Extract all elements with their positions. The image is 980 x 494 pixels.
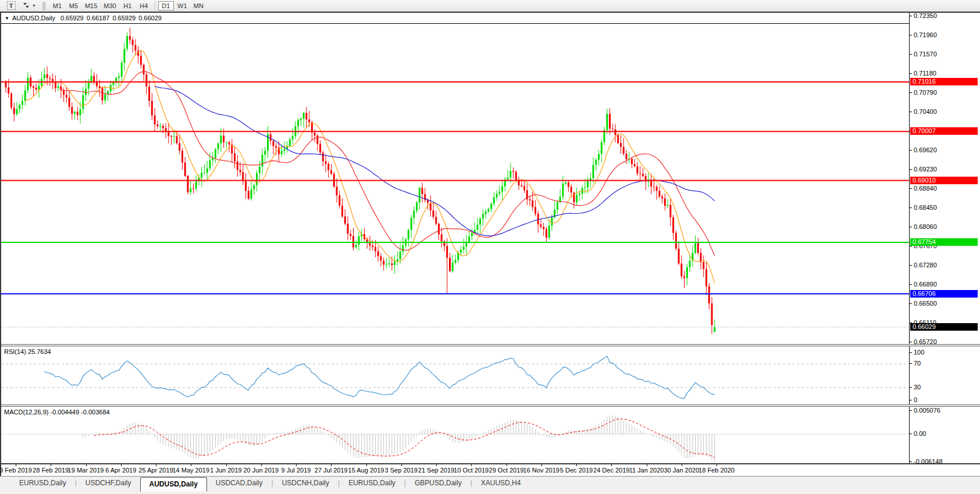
date-tick <box>541 464 542 466</box>
timeframe-m1[interactable]: M1 <box>49 1 65 10</box>
macd-axis: 0.0050760.00-0.006148 <box>909 407 980 463</box>
axis-tick <box>910 188 912 189</box>
axis-tick-label: 0 <box>914 396 917 403</box>
top-toolbar: T ▼ M1M5M15M30H1H4D1W1MN <box>0 0 980 12</box>
candlestick-chart[interactable] <box>1 13 909 344</box>
date-tick <box>16 464 16 466</box>
axis-tick-label: 0.68060 <box>914 223 937 230</box>
chart-tab-bar: EURUSD,Daily|USDCHF,DailyAUDUSD,DailyUSD… <box>0 476 980 494</box>
macd-signal-line <box>94 419 715 457</box>
axis-tick <box>910 16 912 16</box>
date-axis[interactable]: 9 Feb 201928 Feb 201919 Mar 20196 Apr 20… <box>1 464 980 475</box>
date-tick <box>226 464 227 466</box>
axis-tick <box>910 363 912 364</box>
date-tick <box>191 464 191 466</box>
axis-tick-label: 0.69620 <box>914 146 937 153</box>
axis-tick <box>910 303 912 304</box>
text-tool-button[interactable]: T <box>3 0 19 11</box>
date-label: 11 Jan 2020 <box>629 467 664 474</box>
chart-symbol-label: AUDUSD,Daily <box>12 15 55 22</box>
tab-usdchf-daily[interactable]: USDCHF,Daily <box>77 477 140 490</box>
macd-histogram <box>83 416 715 463</box>
date-tick <box>51 464 51 466</box>
ma-slow-line <box>155 87 715 236</box>
axis-tick-label: 100 <box>914 349 924 356</box>
arrange-windows-icon <box>22 2 30 9</box>
date-tick <box>576 464 577 466</box>
axis-tick-label: 0.70790 <box>914 89 937 96</box>
chart-window: ▼ AUDUSD,Daily 0.65929 0.66187 0.65929 0… <box>0 12 980 476</box>
date-tick <box>611 464 612 466</box>
rsi-indicator-label: RSI(14) 25.7634 <box>4 348 51 355</box>
tab-usdcnh-daily[interactable]: USDCNH,Daily <box>273 477 338 490</box>
date-tick <box>717 464 717 466</box>
ohlc-high-value: 0.66187 <box>87 15 110 22</box>
rsi-line <box>44 356 714 399</box>
axis-tick <box>910 207 912 208</box>
chart-title-bar: ▼ AUDUSD,Daily 0.65929 0.66187 0.65929 0… <box>1 13 909 24</box>
timeframe-mn[interactable]: MN <box>191 1 206 10</box>
axis-tick-label: 0.005076 <box>914 407 940 414</box>
rsi-plot[interactable] <box>1 346 909 404</box>
toolbar-separator <box>155 1 155 10</box>
tab-audusd-daily[interactable]: AUDUSD,Daily <box>140 477 207 492</box>
date-tick <box>86 464 87 466</box>
timeframe-h1[interactable]: H1 <box>120 1 136 10</box>
date-tick <box>436 464 437 466</box>
date-tick <box>471 464 472 466</box>
timeframe-m30[interactable]: M30 <box>101 1 119 10</box>
date-label: 18 Feb 2020 <box>699 467 735 474</box>
arrange-windows-button[interactable]: ▼ <box>20 0 38 11</box>
axis-tick-label: 0.71960 <box>914 31 937 38</box>
axis-tick-label: 0.71180 <box>914 70 936 77</box>
date-tick <box>366 464 367 466</box>
macd-pane[interactable]: MACD(12,26,9) -0.004449 -0.003684 0.0050… <box>1 407 980 463</box>
rsi-pane[interactable]: RSI(14) 25.7634 10070300 <box>1 346 980 404</box>
timeframe-buttons: M1M5M15M30H1H4D1W1MN <box>49 1 206 10</box>
axis-tick-label: 0.70400 <box>914 108 937 115</box>
date-tick <box>296 464 297 466</box>
axis-tick <box>910 73 912 74</box>
price-level-badge: 0.69010 <box>910 177 978 184</box>
axis-tick <box>910 227 912 227</box>
date-label: 5 Dec 2019 <box>560 467 593 474</box>
date-label: 21 Sep 2019 <box>418 467 454 474</box>
axis-tick <box>910 35 912 35</box>
axis-tick-label: 30 <box>914 384 921 391</box>
date-label: 30 Jan 2020 <box>664 467 699 474</box>
timeframe-d1[interactable]: D1 <box>158 1 174 10</box>
date-label: 16 Nov 2019 <box>523 467 560 474</box>
axis-tick <box>910 169 912 170</box>
date-tick <box>261 464 262 466</box>
chevron-down-icon: ▼ <box>32 3 36 8</box>
price-level-badge: 0.66706 <box>910 290 978 298</box>
tab-xauusd-h4[interactable]: XAUUSD,H4 <box>472 477 530 490</box>
date-label: 10 Oct 2019 <box>454 467 489 474</box>
tab-eurusd-daily[interactable]: EURUSD,Daily <box>340 477 404 490</box>
timeframe-m15[interactable]: M15 <box>82 1 100 10</box>
date-label: 27 Jul 2019 <box>315 467 348 474</box>
main-chart-pane[interactable]: ▼ AUDUSD,Daily 0.65929 0.66187 0.65929 0… <box>1 13 980 344</box>
axis-tick-label: 0.69230 <box>914 166 937 173</box>
tab-usdcad-daily[interactable]: USDCAD,Daily <box>207 477 272 490</box>
axis-tick <box>910 150 912 151</box>
price-level-badge: 0.67754 <box>910 238 978 246</box>
tab-eurusd-daily[interactable]: EURUSD,Daily <box>10 477 75 490</box>
date-tick <box>507 464 507 466</box>
date-label: 9 Jul 2019 <box>281 467 311 474</box>
tab-gbpusd-daily[interactable]: GBPUSD,Daily <box>406 477 471 490</box>
timeframe-w1[interactable]: W1 <box>174 1 190 10</box>
date-label: 3 Sep 2019 <box>385 467 418 474</box>
timeframe-h4[interactable]: H4 <box>136 1 152 10</box>
axis-tick-label: 0.66500 <box>914 300 937 307</box>
axis-tick-label: 0.67280 <box>914 262 937 269</box>
axis-tick-label: 0.68840 <box>914 185 937 192</box>
date-tick <box>156 464 156 466</box>
macd-plot[interactable] <box>1 407 909 463</box>
toolbar-grip <box>42 2 45 10</box>
chart-menu-arrow-icon[interactable]: ▼ <box>5 16 9 21</box>
date-label: 29 Oct 2019 <box>489 467 524 474</box>
date-label: 15 Aug 2019 <box>348 467 384 474</box>
axis-tick <box>910 352 912 353</box>
timeframe-m5[interactable]: M5 <box>66 1 81 10</box>
